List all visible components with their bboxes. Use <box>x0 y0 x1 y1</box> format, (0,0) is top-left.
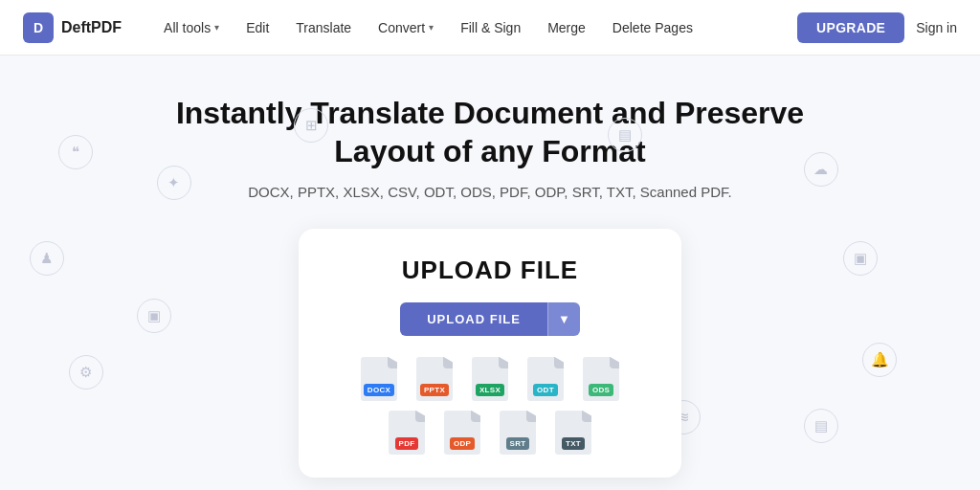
bg-decorative-icon-10: ▤ <box>804 409 838 443</box>
file-types: DOCXPPTXXLSXODTODS PDFODPSRTTXT <box>356 357 624 455</box>
chevron-down-icon: ▾ <box>429 22 434 33</box>
upgrade-button[interactable]: UPGRADE <box>797 12 904 43</box>
file-type-pptx: PPTX <box>412 357 457 401</box>
file-type-txt: TXT <box>550 411 596 455</box>
file-badge-pdf: PDF <box>395 437 419 450</box>
logo-link[interactable]: D DeftPDF <box>23 12 122 43</box>
hero-section: ❝♟⚙▣✦⊞▤☁▣🔔▤≋ Instantly Translate Documen… <box>0 56 980 490</box>
logo-letter: D <box>33 20 43 35</box>
bg-decorative-icon-4: ✦ <box>157 166 191 200</box>
nav-item-delete-pages[interactable]: Delete Pages <box>601 14 704 41</box>
nav-item-translate[interactable]: Translate <box>284 14 363 41</box>
file-type-srt: SRT <box>495 411 541 455</box>
file-type-xlsx: XLSX <box>467 357 513 401</box>
bg-decorative-icon-0: ❝ <box>58 135 93 169</box>
bg-decorative-icon-8: ▣ <box>843 241 878 276</box>
bg-decorative-icon-9: 🔔 <box>862 343 897 377</box>
upload-btn-row: UPLOAD FILE ▼ <box>400 302 580 336</box>
nav-item-edit[interactable]: Edit <box>234 14 280 41</box>
file-type-odt: ODT <box>523 357 568 401</box>
hero-subtitle: DOCX, PPTX, XLSX, CSV, ODT, ODS, PDF, OD… <box>248 184 731 200</box>
upload-card-title: UPLOAD FILE <box>402 256 578 285</box>
logo-name: DeftPDF <box>61 19 122 36</box>
chevron-down-icon: ▾ <box>214 22 219 33</box>
file-badge-srt: SRT <box>506 437 530 450</box>
file-type-ods: ODS <box>578 357 624 401</box>
nav-item-convert[interactable]: Convert▾ <box>367 14 445 41</box>
nav-actions: UPGRADE Sign in <box>797 12 957 43</box>
file-row-1: DOCXPPTXXLSXODTODS <box>356 357 624 401</box>
bg-decorative-icon-3: ▣ <box>137 299 171 333</box>
file-badge-ods: ODS <box>589 384 613 396</box>
file-badge-pptx: PPTX <box>420 384 449 396</box>
upload-card: UPLOAD FILE UPLOAD FILE ▼ DOCXPPTXXLSXOD… <box>299 229 681 478</box>
file-type-docx: DOCX <box>356 357 402 401</box>
logo-box: D <box>23 12 54 43</box>
file-row-2: PDFODPSRTTXT <box>384 411 596 455</box>
signin-button[interactable]: Sign in <box>916 20 957 35</box>
navbar: D DeftPDF All tools▾EditTranslateConvert… <box>0 0 980 56</box>
upload-file-button[interactable]: UPLOAD FILE <box>400 302 547 336</box>
file-type-odp: ODP <box>439 411 485 455</box>
file-type-pdf: PDF <box>384 411 430 455</box>
file-badge-odt: ODT <box>533 384 558 396</box>
bg-decorative-icon-2: ⚙ <box>69 355 103 390</box>
nav-item-fill-&-sign[interactable]: Fill & Sign <box>449 14 532 41</box>
nav-links: All tools▾EditTranslateConvert▾Fill & Si… <box>152 14 797 41</box>
upload-dropdown-button[interactable]: ▼ <box>547 302 580 336</box>
nav-item-merge[interactable]: Merge <box>536 14 597 41</box>
nav-item-all-tools[interactable]: All tools▾ <box>152 14 231 41</box>
file-badge-odp: ODP <box>450 437 475 450</box>
file-badge-docx: DOCX <box>364 384 394 396</box>
file-badge-xlsx: XLSX <box>476 384 504 396</box>
bg-decorative-icon-1: ♟ <box>30 241 64 276</box>
hero-title: Instantly Translate Document and Preserv… <box>136 94 844 170</box>
file-badge-txt: TXT <box>562 437 585 450</box>
